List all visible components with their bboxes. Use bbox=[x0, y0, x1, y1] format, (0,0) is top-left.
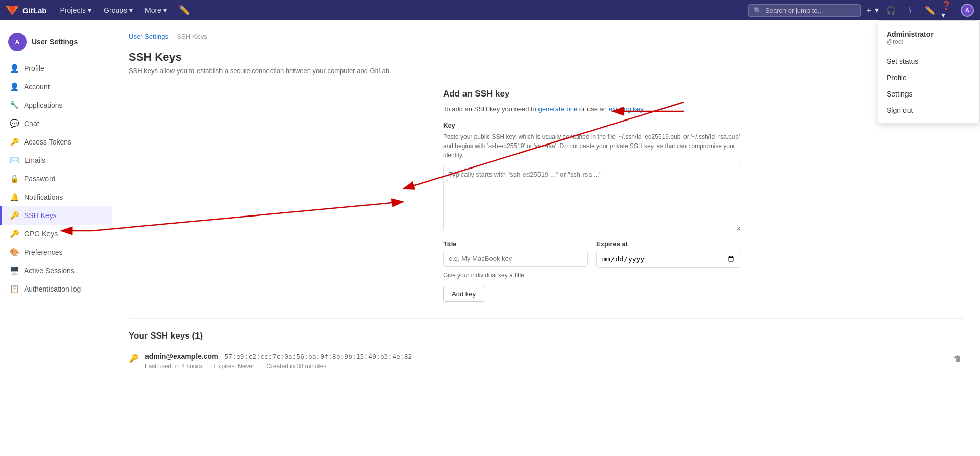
dropdown-user-info: Administrator @root bbox=[878, 25, 979, 50]
key-textarea[interactable] bbox=[443, 165, 741, 231]
ssh-keys-section: Your SSH keys (1) 🔑 admin@example.com 57… bbox=[129, 318, 964, 376]
expires-label: Expires at bbox=[596, 240, 741, 248]
brand-name: GitLab bbox=[22, 6, 47, 15]
sidebar-item-profile[interactable]: 👤 Profile bbox=[0, 59, 112, 78]
sidebar: A User Settings 👤 Profile 👤 Account 🔧 Ap… bbox=[0, 20, 112, 456]
sidebar-header: A User Settings bbox=[0, 29, 112, 59]
nav-right: 🔍 Search or jump to... ＋ ▾ 🎧 ⑂ ✏️ ❓ ▾ A bbox=[748, 2, 974, 18]
expires-group: Expires at bbox=[596, 240, 741, 268]
plus-icon[interactable]: ＋ ▾ bbox=[864, 2, 880, 18]
merge-request-icon[interactable]: ⑂ bbox=[902, 2, 919, 18]
sidebar-item-gpg-keys[interactable]: 🔑 GPG Keys bbox=[0, 225, 112, 243]
title-group: Title bbox=[443, 240, 588, 268]
form-row: Title Expires at bbox=[443, 240, 741, 268]
ssh-key-item-icon: 🔑 bbox=[129, 353, 139, 363]
nav-items: Projects ▾ Groups ▾ More ▾ ✏️ bbox=[55, 0, 192, 20]
right-col: Add an SSH key To add an SSH key you nee… bbox=[443, 89, 741, 302]
page-subtitle: SSH keys allow you to establish a secure… bbox=[129, 67, 964, 75]
edit-icon-nav[interactable]: ✏️ bbox=[176, 2, 192, 18]
profile-icon: 👤 bbox=[10, 64, 19, 73]
key-description: Paste your public SSH key, which is usua… bbox=[443, 132, 741, 160]
sidebar-item-ssh-keys[interactable]: 🔑 SSH Keys bbox=[0, 206, 112, 225]
dropdown-handle: @root bbox=[887, 38, 971, 45]
dropdown-profile[interactable]: Profile bbox=[878, 69, 979, 86]
user-dropdown: Administrator @root Set status Profile S… bbox=[878, 20, 980, 123]
chat-icon: 💬 bbox=[10, 119, 19, 128]
add-key-button[interactable]: Add key bbox=[443, 286, 484, 302]
ssh-key-item-info: admin@example.com 57:e9:c2:cc:7c:0a:56:b… bbox=[145, 352, 945, 370]
breadcrumb-parent[interactable]: User Settings bbox=[129, 33, 168, 40]
dropdown-settings[interactable]: Settings bbox=[878, 86, 979, 102]
edit-icon[interactable]: ✏️ bbox=[922, 2, 938, 18]
title-input[interactable] bbox=[443, 251, 588, 267]
generate-key-link[interactable]: generate one bbox=[538, 105, 577, 113]
sidebar-item-active-sessions[interactable]: 🖥️ Active Sessions bbox=[0, 261, 112, 280]
nav-more[interactable]: More ▾ bbox=[140, 0, 172, 20]
sidebar-item-preferences[interactable]: 🎨 Preferences bbox=[0, 243, 112, 261]
title-label: Title bbox=[443, 240, 588, 248]
ssh-key-created: Created in 38 minutes bbox=[266, 363, 326, 370]
sidebar-item-applications[interactable]: 🔧 Applications bbox=[0, 96, 112, 114]
headphones-icon[interactable]: 🎧 bbox=[883, 2, 899, 18]
search-icon: 🔍 bbox=[754, 7, 762, 14]
sidebar-title: User Settings bbox=[32, 38, 78, 46]
breadcrumb-current: SSH Keys bbox=[177, 33, 207, 40]
existing-key-link[interactable]: existing key bbox=[609, 105, 643, 113]
ssh-keys-icon: 🔑 bbox=[10, 211, 19, 220]
password-icon: 🔒 bbox=[10, 174, 19, 183]
ssh-key-item-name: admin@example.com 57:e9:c2:cc:7c:0a:56:b… bbox=[145, 352, 945, 361]
left-col bbox=[129, 89, 427, 302]
dropdown-set-status[interactable]: Set status bbox=[878, 53, 979, 69]
form-hint: Give your individual key a title. bbox=[443, 272, 741, 279]
auth-log-icon: 📋 bbox=[10, 284, 19, 294]
page-title: SSH Keys bbox=[129, 51, 964, 64]
ssh-key-delete-button[interactable]: 🗑 bbox=[951, 352, 964, 366]
add-ssh-desc: To add an SSH key you need to generate o… bbox=[443, 104, 741, 114]
ssh-key-last-used: Last used: in 4 hours bbox=[145, 363, 202, 370]
avatar-button[interactable]: A bbox=[961, 4, 974, 17]
key-label: Key bbox=[443, 122, 741, 129]
sidebar-item-emails[interactable]: ✉️ Emails bbox=[0, 151, 112, 170]
applications-icon: 🔧 bbox=[10, 101, 19, 110]
help-icon[interactable]: ❓ ▾ bbox=[941, 2, 958, 18]
nav-groups[interactable]: Groups ▾ bbox=[99, 0, 138, 20]
content-grid: Add an SSH key To add an SSH key you nee… bbox=[129, 89, 741, 302]
ssh-key-expires: Expires: Never bbox=[214, 363, 254, 370]
sidebar-item-account[interactable]: 👤 Account bbox=[0, 78, 112, 96]
sidebar-item-chat[interactable]: 💬 Chat bbox=[0, 114, 112, 133]
main-content: User Settings › SSH Keys SSH Keys SSH ke… bbox=[112, 20, 980, 456]
gitlab-logo[interactable]: GitLab bbox=[6, 4, 47, 16]
emails-icon: ✉️ bbox=[10, 156, 19, 165]
ssh-key-item: 🔑 admin@example.com 57:e9:c2:cc:7c:0a:56… bbox=[129, 346, 964, 376]
top-navigation: GitLab Projects ▾ Groups ▾ More ▾ ✏️ 🔍 S… bbox=[0, 0, 980, 20]
nav-projects[interactable]: Projects ▾ bbox=[55, 0, 97, 20]
access-tokens-icon: 🔑 bbox=[10, 137, 19, 147]
ssh-keys-list-title: Your SSH keys (1) bbox=[129, 331, 964, 341]
sidebar-item-password[interactable]: 🔒 Password bbox=[0, 170, 112, 188]
notifications-icon: 🔔 bbox=[10, 193, 19, 202]
search-bar[interactable]: 🔍 Search or jump to... bbox=[748, 4, 861, 17]
page-wrapper: A User Settings 👤 Profile 👤 Account 🔧 Ap… bbox=[0, 20, 980, 456]
account-icon: 👤 bbox=[10, 82, 19, 91]
sidebar-item-access-tokens[interactable]: 🔑 Access Tokens bbox=[0, 133, 112, 151]
sidebar-item-notifications[interactable]: 🔔 Notifications bbox=[0, 188, 112, 206]
active-sessions-icon: 🖥️ bbox=[10, 266, 19, 275]
sidebar-avatar: A bbox=[8, 33, 27, 51]
add-ssh-section-title: Add an SSH key bbox=[443, 89, 741, 99]
sidebar-nav: 👤 Profile 👤 Account 🔧 Applications 💬 Cha… bbox=[0, 59, 112, 298]
gpg-keys-icon: 🔑 bbox=[10, 229, 19, 238]
preferences-icon: 🎨 bbox=[10, 248, 19, 257]
sidebar-item-auth-log[interactable]: 📋 Authentication log bbox=[0, 280, 112, 298]
ssh-key-item-meta: Last used: in 4 hours Expires: Never Cre… bbox=[145, 363, 945, 370]
expires-input[interactable] bbox=[596, 251, 741, 268]
breadcrumb: User Settings › SSH Keys bbox=[129, 33, 964, 40]
dropdown-sign-out[interactable]: Sign out bbox=[878, 102, 979, 118]
dropdown-username: Administrator bbox=[887, 30, 971, 38]
